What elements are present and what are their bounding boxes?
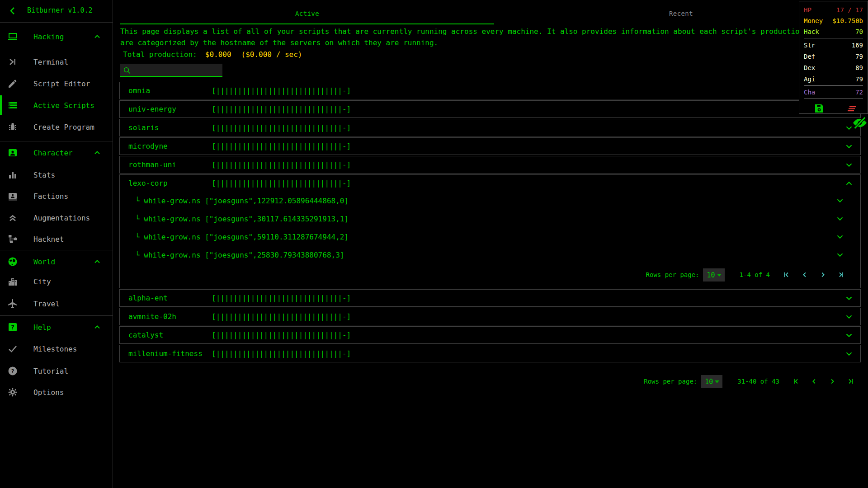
server-summary[interactable]: alpha-ent [|||||||||||||||||||||||||||||… [120,290,860,306]
sidebar-item-create-program[interactable]: Create Program [0,116,113,138]
script-row[interactable]: └ while-grow.ns ["joesguns",25830.793438… [120,246,860,264]
script-row[interactable]: └ while-grow.ns ["joesguns",122912.05896… [120,192,860,210]
overview-row-agi: Agi 79 [804,73,863,84]
sidebar-item-factions[interactable]: Factions [0,185,113,207]
divider [804,85,863,86]
sidebar-item-augmentations[interactable]: Augmentations [0,207,113,229]
sidebar-item-options[interactable]: Options [0,381,113,403]
chevron-up-icon[interactable] [93,323,102,332]
chevron-down-icon[interactable] [844,141,854,151]
city-buildings-icon [7,276,18,287]
previous-page-icon[interactable] [810,377,818,385]
question-circle-icon: ? [7,366,18,376]
sidebar-item-stats[interactable]: Stats [0,164,113,186]
rows-per-page-label: Rows per page: [646,271,699,278]
chevron-down-icon[interactable] [844,312,854,322]
previous-page-icon[interactable] [801,271,809,279]
chevron-up-icon[interactable] [93,257,102,266]
search-input[interactable] [120,64,222,77]
server-row-microdyne: microdyne [|||||||||||||||||||||||||||||… [119,137,861,155]
sidebar-item-label: Hacknet [33,235,64,244]
sidebar-item-tutorial[interactable]: ? Tutorial [0,360,113,382]
script-args: ["joesguns",25830.79343880768,3] [205,251,344,259]
sidebar-item-travel[interactable]: Travel [0,293,113,314]
next-page-icon[interactable] [819,271,827,279]
sidebar-item-hacking[interactable]: Hacking [0,26,113,47]
server-summary[interactable]: rothman-uni [|||||||||||||||||||||||||||… [120,156,860,173]
sidebar-item-hacknet[interactable]: Hacknet [0,228,113,250]
server-summary[interactable]: millenium-fitness [|||||||||||||||||||||… [120,345,860,362]
kill-all-scripts-icon[interactable] [846,103,857,114]
sidebar-item-active-scripts[interactable]: Active Scripts [0,94,113,116]
chevron-down-icon[interactable] [835,250,845,260]
rows-per-page-select[interactable]: 10 [703,268,725,282]
bug-icon [7,122,18,132]
next-page-icon[interactable] [828,377,836,385]
server-row-solaris: solaris [|||||||||||||||||||||||||||||-] [119,119,861,136]
chevron-up-icon[interactable] [93,148,102,157]
chevron-up-icon[interactable] [844,178,854,188]
terminal-icon [7,56,18,67]
rows-per-page-select[interactable]: 10 [701,375,722,388]
last-page-icon[interactable] [837,271,845,279]
server-progress-bar: [|||||||||||||||||||||||||||||-] [212,105,351,113]
script-args: ["joesguns",30117.614335291913,1] [205,215,349,223]
script-row[interactable]: └ while-grow.ns ["joesguns",30117.614335… [120,210,860,228]
server-hostname: millenium-fitness [128,349,212,358]
chevron-down-icon[interactable] [844,330,854,340]
chevron-down-icon[interactable] [835,214,845,224]
server-row-alpha-ent: alpha-ent [|||||||||||||||||||||||||||||… [119,289,861,307]
server-summary[interactable]: avmnite-02h [|||||||||||||||||||||||||||… [120,308,860,325]
server-hostname: omnia [128,86,212,95]
chevron-down-icon[interactable] [844,293,854,303]
script-args: ["joesguns",59110.311287674944,2] [205,233,349,241]
server-summary[interactable]: solaris [|||||||||||||||||||||||||||||-] [120,119,860,136]
sidebar-header: Bitburner v1.0.2 [0,0,113,22]
save-game-icon[interactable] [814,103,825,114]
eye-slash-icon[interactable] [851,115,868,131]
first-page-icon[interactable] [783,271,791,279]
sidebar-item-script-editor[interactable]: Script Editor [0,73,113,94]
sidebar-item-character[interactable]: Character [0,142,113,164]
sidebar-item-world[interactable]: World [0,251,113,272]
sidebar-item-milestones[interactable]: Milestones [0,338,113,360]
sidebar-item-label: Travel [33,300,60,308]
tree-branch-glyph: └ [135,251,140,259]
chevron-down-icon[interactable] [844,160,854,170]
chevron-down-icon[interactable] [844,349,854,359]
server-summary[interactable]: microdyne [|||||||||||||||||||||||||||||… [120,138,860,155]
select-caret-icon [715,380,719,383]
sidebar-item-label: Character [33,149,73,157]
chevron-down-icon[interactable] [835,232,845,242]
total-production-label: Total production: [123,50,197,59]
overview-row-cha: Cha 72 [804,87,863,98]
chevron-down-icon[interactable] [835,196,845,206]
sidebar-item-label: Options [33,388,64,397]
sidebar-item-city[interactable]: City [0,271,113,292]
total-production-rate: ($0.000 / sec) [241,50,302,59]
server-row-millenium-fitness: millenium-fitness [|||||||||||||||||||||… [119,345,861,362]
server-row-rothman-uni: rothman-uni [|||||||||||||||||||||||||||… [119,156,861,174]
first-page-icon[interactable] [792,377,800,385]
server-summary[interactable]: lexo-corp [|||||||||||||||||||||||||||||… [120,175,860,192]
server-summary[interactable]: omnia [|||||||||||||||||||||||||||||-] [120,82,860,99]
server-summary[interactable]: catalyst [|||||||||||||||||||||||||||||-… [120,327,860,343]
tab-active[interactable]: Active [120,0,494,24]
server-summary[interactable]: univ-energy [|||||||||||||||||||||||||||… [120,101,860,117]
server-hostname: solaris [128,123,212,132]
character-overview-panel: HP 17 / 17 Money $10.750b Hack 70 Str 16… [799,1,868,114]
sidebar-item-help[interactable]: ? Help [0,316,113,338]
last-page-icon[interactable] [846,377,854,385]
server-progress-bar: [|||||||||||||||||||||||||||||-] [212,312,351,321]
divider [0,22,113,23]
rows-per-page-label: Rows per page: [644,378,697,385]
script-row[interactable]: └ while-grow.ns ["joesguns",59110.311287… [120,228,860,246]
svg-text:?: ? [11,324,14,331]
chevron-up-icon[interactable] [93,32,102,41]
script-name: while-grow.ns [144,233,200,241]
server-progress-bar: [|||||||||||||||||||||||||||||-] [212,294,351,302]
sidebar-item-terminal[interactable]: Terminal [0,51,113,73]
script-name: while-grow.ns [144,197,200,205]
divider [0,250,113,250]
collapse-sidebar-icon[interactable] [7,5,18,16]
